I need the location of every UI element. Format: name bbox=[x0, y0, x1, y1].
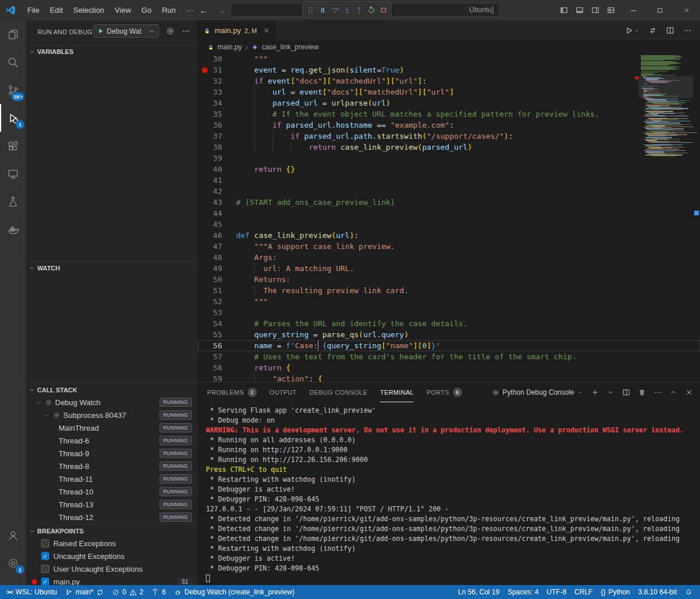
editor-gutter[interactable]: 57 bbox=[198, 351, 236, 362]
code-line[interactable]: 36 if parsed_url.hostname == "example.co… bbox=[198, 120, 700, 131]
activity-explorer[interactable] bbox=[0, 20, 26, 48]
compare-icon[interactable] bbox=[648, 26, 657, 35]
code-line[interactable]: 58 return { bbox=[198, 362, 700, 373]
activity-testing[interactable] bbox=[0, 187, 26, 215]
editor-gutter[interactable]: 42 bbox=[198, 186, 236, 197]
breadcrumb-case-link-preview[interactable]: case_link_preview bbox=[251, 43, 318, 51]
activity-remote-explorer[interactable] bbox=[0, 160, 26, 187]
layout-customize-icon[interactable] bbox=[607, 6, 615, 15]
code-line[interactable]: 53 bbox=[198, 307, 700, 318]
terminal-instance-select[interactable]: Python Debug Console bbox=[492, 388, 583, 396]
editor-gutter[interactable]: 58 bbox=[198, 362, 236, 373]
activity-run-and-debug[interactable]: 1 bbox=[0, 104, 26, 132]
editor-gutter[interactable]: 31 bbox=[198, 64, 236, 75]
menu-selection[interactable]: Selection bbox=[68, 3, 109, 17]
more-icon[interactable] bbox=[654, 388, 662, 396]
debug-settings-gear-icon[interactable] bbox=[166, 27, 175, 35]
status-eol[interactable]: CRLF bbox=[571, 585, 597, 599]
run-python-button[interactable] bbox=[625, 26, 640, 35]
layout-sidebar-left-icon[interactable] bbox=[560, 6, 568, 15]
panel-tab-problems[interactable]: PROBLEMS2 bbox=[207, 383, 257, 402]
code-line[interactable]: 34 parsed_url = urlparse(url) bbox=[198, 98, 700, 109]
panel-tab-debug-console[interactable]: DEBUG CONSOLE bbox=[310, 383, 368, 402]
editor-gutter[interactable]: 37 bbox=[198, 131, 236, 142]
activity-search[interactable] bbox=[0, 48, 26, 76]
status-notifications[interactable] bbox=[681, 585, 697, 599]
status-remote-indicator[interactable]: ><WSL: Ubuntu bbox=[2, 585, 61, 599]
window-close-button[interactable] bbox=[673, 0, 700, 20]
code-line[interactable]: 49 url: A matching URL. bbox=[198, 263, 700, 274]
code-line[interactable]: 52 """ bbox=[198, 296, 700, 307]
status-python-version[interactable]: 3.8.10 64-bit bbox=[634, 585, 681, 599]
code-line[interactable]: 35 # If the event object URL matches a s… bbox=[198, 109, 700, 120]
code-line[interactable]: 38 return case_link_preview(parsed_url) bbox=[198, 142, 700, 153]
panel-tab-output[interactable]: OUTPUT bbox=[270, 383, 297, 402]
menu-edit[interactable]: Edit bbox=[45, 3, 68, 17]
code-line[interactable]: 47 """A support case link preview. bbox=[198, 241, 700, 252]
callstack-item[interactable]: Thread-12RUNNING bbox=[26, 511, 198, 524]
editor-gutter[interactable]: 48 bbox=[198, 252, 236, 263]
callstack-item[interactable]: Thread-10RUNNING bbox=[26, 485, 198, 498]
menu-run[interactable]: Run bbox=[157, 3, 181, 17]
editor-gutter[interactable]: 50 bbox=[198, 274, 236, 285]
editor-gutter[interactable]: 54 bbox=[198, 318, 236, 329]
trash-icon[interactable] bbox=[638, 388, 646, 396]
callstack-item[interactable]: Thread-13RUNNING bbox=[26, 498, 198, 511]
editor-gutter[interactable]: 43 bbox=[198, 197, 236, 208]
arrow-left-icon[interactable]: ← bbox=[200, 6, 208, 15]
plus-icon[interactable] bbox=[591, 388, 599, 396]
start-debug-icon[interactable] bbox=[97, 28, 104, 34]
activity-extensions[interactable] bbox=[0, 132, 26, 160]
minimap-viewport[interactable] bbox=[639, 76, 693, 98]
editor-gutter[interactable]: 40 bbox=[198, 164, 236, 175]
breakpoint-item[interactable]: ✓main.py31 bbox=[26, 575, 198, 585]
section-variables[interactable]: VARIABLES bbox=[26, 45, 198, 57]
status-cursor-position[interactable]: Ln 56, Col 19 bbox=[454, 585, 503, 599]
editor-gutter[interactable]: 30 bbox=[198, 53, 236, 64]
activity-settings[interactable]: 1 bbox=[0, 549, 26, 577]
layout-panel-icon[interactable] bbox=[575, 6, 584, 15]
callstack-item[interactable]: Subprocess 80437RUNNING bbox=[26, 409, 198, 421]
breakpoint-checkbox[interactable]: ✓ bbox=[41, 578, 49, 585]
code-line[interactable]: 57 # Uses the text from the card's heade… bbox=[198, 351, 700, 362]
editor-gutter[interactable]: 33 bbox=[198, 86, 236, 98]
debug-step-out-button[interactable] bbox=[353, 2, 365, 17]
breakpoint-checkbox[interactable]: ✓ bbox=[41, 552, 49, 560]
status-language-mode[interactable]: {}Python bbox=[597, 585, 634, 599]
editor-gutter[interactable]: 46 bbox=[198, 230, 236, 241]
editor-gutter[interactable]: 38 bbox=[198, 142, 236, 153]
status-git-branch[interactable]: main* bbox=[61, 585, 108, 599]
split-editor-icon[interactable] bbox=[622, 388, 630, 396]
menu-view[interactable]: View bbox=[110, 3, 136, 17]
arrow-right-icon[interactable]: → bbox=[217, 6, 226, 15]
tab-close-icon[interactable] bbox=[263, 27, 270, 34]
menu-file[interactable]: File bbox=[22, 3, 45, 17]
callstack-item[interactable]: MainThreadRUNNING bbox=[26, 421, 198, 434]
code-line[interactable]: 46def case_link_preview(url): bbox=[198, 230, 700, 241]
code-line[interactable]: 59 "action": { bbox=[198, 373, 700, 382]
editor-gutter[interactable]: 51 bbox=[198, 285, 236, 296]
status-problems[interactable]: 02 bbox=[108, 585, 147, 599]
code-line[interactable]: 39 bbox=[198, 153, 700, 164]
tab-main-py[interactable]: main.py 2, M bbox=[198, 20, 275, 41]
menu-go[interactable]: Go bbox=[136, 3, 157, 17]
section-breakpoints[interactable]: BREAKPOINTS bbox=[26, 524, 198, 537]
debug-config-dropdown[interactable]: Debug Wat bbox=[93, 24, 159, 38]
breadcrumb-main-py[interactable]: main.py bbox=[207, 43, 242, 51]
code-line[interactable]: 30 """ bbox=[198, 53, 700, 64]
editor-gutter[interactable]: 36 bbox=[198, 120, 236, 131]
close-icon[interactable] bbox=[685, 388, 693, 396]
chevron-down-icon[interactable] bbox=[607, 388, 615, 396]
section-watch[interactable]: WATCH bbox=[26, 261, 198, 274]
code-line[interactable]: 32 if event["docs"]["matchedUrl"]["url"]… bbox=[198, 75, 700, 86]
editor-gutter[interactable]: 59 bbox=[198, 373, 236, 382]
editor-gutter[interactable]: 32 bbox=[198, 75, 236, 86]
breakpoint-item[interactable]: ✓Uncaught Exceptions bbox=[26, 550, 198, 562]
window-maximize-button[interactable] bbox=[647, 0, 673, 20]
code-line[interactable]: 44 bbox=[198, 208, 700, 219]
code-line[interactable]: 51 The resulting preview link card. bbox=[198, 285, 700, 296]
callstack-item[interactable]: Thread-11RUNNING bbox=[26, 472, 198, 485]
section-call-stack[interactable]: CALL STACK bbox=[26, 383, 198, 396]
editor-gutter[interactable]: 56 bbox=[198, 340, 236, 351]
code-line[interactable]: 37 if parsed_url.path.startswith("/suppo… bbox=[198, 131, 700, 142]
